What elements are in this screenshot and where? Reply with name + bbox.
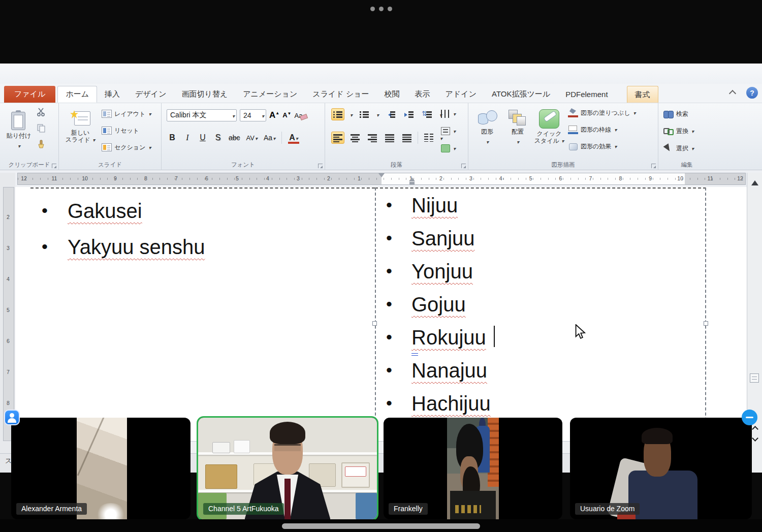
list-item[interactable]: Rokujuu [386, 321, 491, 354]
text-direction-icon [441, 110, 450, 118]
next-slide-icon[interactable] [752, 435, 758, 442]
help-icon[interactable] [746, 87, 758, 99]
shape-fill-button[interactable]: 図形の塗りつぶし [568, 106, 636, 119]
align-left-icon [333, 134, 342, 142]
replace-button[interactable]: 置換 [663, 124, 694, 138]
increase-indent-button[interactable] [402, 108, 416, 120]
previous-slide-icon[interactable] [752, 426, 758, 432]
tab-design[interactable]: デザイン [128, 86, 174, 103]
list-item[interactable]: Hachijuu [386, 387, 491, 420]
layout-button[interactable]: レイアウト [102, 107, 151, 120]
align-center-button[interactable] [348, 132, 362, 144]
tab-addins[interactable]: アドイン [438, 86, 484, 103]
vertical-ruler[interactable]: 2 3 4 5 6 7 8 [3, 187, 14, 441]
dialog-launcher-icon[interactable] [318, 164, 323, 168]
numbering-button[interactable] [358, 108, 371, 120]
video-tile-2-active-speaker[interactable]: Channel 5 ArtFukuoka [197, 416, 378, 521]
format-painter-button[interactable] [36, 139, 47, 150]
reset-button[interactable]: リセット [102, 124, 151, 137]
list-item[interactable]: Gakusei [30, 193, 205, 229]
right-bullet-list[interactable]: Nijuu Sanjuu Yonjuu Gojuu Rokujuu Nanaju… [386, 189, 491, 420]
font-size-combobox[interactable]: 24 [240, 109, 266, 121]
scroll-up-icon[interactable] [751, 177, 758, 185]
character-spacing-button[interactable]: AV [246, 134, 258, 142]
list-item[interactable]: Yonjuu [386, 255, 491, 288]
italic-button[interactable]: I [183, 133, 192, 142]
left-bullet-list[interactable]: Gakusei Yakyuu senshu [30, 193, 205, 265]
list-item[interactable]: Gojuu [386, 288, 491, 321]
tab-view[interactable]: 表示 [407, 86, 438, 103]
tab-home[interactable]: ホーム [57, 86, 97, 103]
font-name-combobox[interactable]: Calibri 本文 [167, 109, 237, 121]
tab-atok[interactable]: ATOK拡張ツール [484, 86, 558, 103]
list-item[interactable]: Yakyuu senshu [30, 229, 205, 265]
list-item[interactable]: Nijuu [386, 189, 491, 222]
hanging-indent-marker[interactable] [409, 174, 415, 181]
change-case-button[interactable]: Aa [264, 134, 275, 142]
shape-effects-button[interactable]: 図形の効果 [568, 140, 636, 153]
resize-handle-left[interactable] [372, 321, 377, 326]
ribbon: 貼り付け クリップボード 新しいスライド [0, 103, 762, 170]
video-tile-4[interactable]: Usuario de Zoom [570, 418, 752, 519]
list-item[interactable]: Nanajuu [386, 354, 491, 387]
line-spacing-button[interactable] [421, 108, 434, 120]
first-line-indent-marker[interactable] [378, 173, 385, 180]
collapse-ribbon-icon[interactable] [728, 89, 737, 96]
align-text-button[interactable] [441, 124, 456, 138]
quick-styles-button[interactable]: クイックスタイル [533, 105, 565, 158]
align-left-button[interactable] [331, 132, 344, 144]
chevron-down-icon[interactable] [350, 110, 353, 119]
video-tile-3[interactable]: Frankelly [384, 418, 562, 519]
underline-button[interactable]: U [198, 133, 207, 142]
columns-button[interactable] [422, 132, 435, 144]
participant-profile-icon[interactable] [4, 410, 20, 425]
horizontal-ruler[interactable]: 121110987654321 123456789101112 [17, 173, 746, 185]
tab-file[interactable]: ファイル [4, 86, 55, 103]
copy-button[interactable] [36, 122, 47, 134]
video-tile-1[interactable]: Alexander Armenta [11, 418, 190, 519]
arrange-button[interactable]: 配置 [504, 105, 531, 158]
participant-name: Usuario de Zoom [575, 503, 640, 515]
decrease-indent-button[interactable] [384, 108, 397, 120]
resize-handle-right[interactable] [704, 321, 708, 326]
grow-font-button[interactable]: A▲ [269, 110, 279, 120]
tab-slideshow[interactable]: スライド ショー [305, 86, 376, 103]
align-right-button[interactable] [366, 132, 379, 144]
justify-button[interactable] [383, 132, 396, 144]
tab-animations[interactable]: アニメーション [235, 86, 305, 103]
left-indent-marker[interactable] [409, 182, 415, 184]
bullets-button[interactable] [331, 108, 344, 120]
text-shadow-button[interactable]: S [213, 133, 223, 142]
dialog-launcher-icon[interactable] [52, 164, 56, 168]
dialog-launcher-icon[interactable] [651, 164, 656, 168]
bottom-pill-handle[interactable] [282, 523, 480, 529]
paste-button[interactable]: 貼り付け [4, 106, 34, 159]
autocorrect-indicator[interactable] [411, 353, 418, 356]
shapes-button[interactable]: 図形 [473, 105, 501, 158]
scrollbar-thumb[interactable] [750, 373, 759, 383]
strikethrough-button[interactable]: abc [229, 134, 240, 142]
tab-format[interactable]: 書式 [627, 86, 658, 103]
shrink-font-button[interactable]: A▼ [282, 111, 291, 119]
select-button[interactable]: 選択 [663, 142, 694, 155]
tab-insert[interactable]: 挿入 [97, 86, 128, 103]
overlay-menu-dots-icon[interactable] [365, 5, 397, 12]
tab-pdfelement[interactable]: PDFelement [558, 86, 615, 103]
new-slide-button[interactable]: 新しいスライド [64, 106, 97, 159]
bold-button[interactable]: B [168, 133, 177, 142]
chevron-down-icon[interactable] [376, 110, 379, 119]
clear-formatting-button[interactable]: Aa [295, 112, 303, 119]
font-color-button[interactable]: A [288, 133, 299, 142]
tab-transitions[interactable]: 画面切り替え [174, 86, 236, 103]
distribute-button[interactable] [400, 132, 414, 144]
shape-outline-button[interactable]: 図形の枠線 [568, 123, 636, 136]
smartart-button[interactable] [441, 142, 456, 155]
list-item[interactable]: Sanjuu [386, 222, 491, 255]
text-direction-button[interactable] [441, 107, 456, 120]
tab-review[interactable]: 校閲 [377, 86, 407, 103]
section-button[interactable]: セクション [102, 141, 151, 154]
find-button[interactable]: 検索 [663, 107, 694, 120]
dialog-launcher-icon[interactable] [461, 164, 466, 168]
cut-button[interactable] [36, 106, 47, 117]
collapse-videos-icon[interactable] [742, 410, 757, 425]
